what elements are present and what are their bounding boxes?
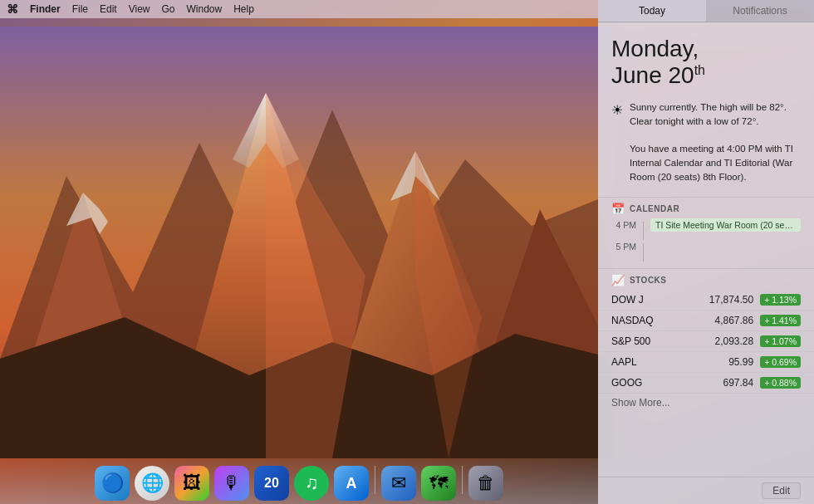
stock-change: + 0.69% — [760, 356, 801, 368]
dock-maps[interactable]: 🗺 — [421, 466, 456, 501]
stock-change: + 1.13% — [760, 294, 801, 306]
date-display: Monday, June 20th — [611, 36, 801, 89]
tab-today[interactable]: Today — [598, 0, 706, 22]
stock-row[interactable]: S&P 500 2,093.28 + 1.07% — [598, 331, 814, 352]
stock-name: NASDAQ — [611, 315, 665, 326]
stock-change: + 1.07% — [760, 335, 801, 347]
stock-name: GOOG — [611, 377, 665, 389]
dock-app20[interactable]: 20 — [254, 466, 289, 501]
stock-row[interactable]: NASDAQ 4,867.86 + 1.41% — [598, 311, 814, 331]
dock-spotify[interactable]: ♫ — [294, 466, 329, 501]
weather-description: Sunny currently. The high will be 82°. C… — [630, 100, 801, 183]
dock-siri[interactable]: 🎙 — [214, 466, 249, 501]
app-name-menu[interactable]: Finder — [30, 3, 61, 15]
stock-price: 95.99 — [665, 356, 753, 368]
app20-icon: 20 — [264, 476, 279, 491]
weather-widget: ☀ Sunny currently. The high will be 82°.… — [598, 95, 814, 192]
siri-icon: 🎙 — [223, 472, 241, 494]
calendar-widget: 📅 CALENDAR 4 PM TI Site Meeting War Room… — [598, 197, 814, 268]
view-menu[interactable]: View — [129, 3, 150, 15]
stock-name: AAPL — [611, 356, 665, 368]
nc-tab-bar: Today Notifications — [598, 0, 814, 22]
notification-center: Today Notifications Monday, June 20th ☀ … — [598, 0, 814, 504]
window-menu[interactable]: Window — [187, 3, 223, 15]
show-more-button[interactable]: Show More... — [598, 394, 814, 412]
calendar-event[interactable]: TI Site Meeting War Room (20 seats) 8t..… — [650, 218, 801, 232]
time-label-4pm: 4 PM — [611, 218, 636, 230]
stock-price: 2,093.28 — [665, 335, 753, 347]
dock-trash[interactable]: 🗑 — [468, 466, 503, 501]
stock-change: + 0.88% — [760, 377, 801, 389]
calendar-header: 📅 CALENDAR — [598, 198, 814, 218]
stock-row[interactable]: DOW J 17,874.50 + 1.13% — [598, 290, 814, 311]
apple-menu[interactable]: ⌘ — [7, 2, 18, 16]
calendar-icon: 📅 — [611, 203, 625, 215]
time-slot-5pm: 5 PM — [611, 240, 801, 262]
stocks-title: STOCKS — [630, 276, 667, 285]
dock-appstore[interactable]: A — [334, 466, 369, 501]
photos-icon: 🖼 — [183, 472, 201, 494]
appstore-icon: A — [346, 475, 357, 492]
chrome-icon: 🌐 — [141, 472, 164, 494]
dock-divider — [375, 466, 375, 494]
dock-photos[interactable]: 🖼 — [174, 466, 209, 501]
file-menu[interactable]: File — [72, 3, 88, 15]
time-label-5pm: 5 PM — [611, 240, 636, 252]
date-day: Monday, — [611, 36, 699, 61]
spotify-icon: ♫ — [305, 472, 319, 494]
stock-name: DOW J — [611, 294, 665, 306]
dock-chrome[interactable]: 🌐 — [135, 466, 169, 501]
stock-change: + 1.41% — [760, 315, 801, 326]
weather-sun-icon: ☀ — [611, 102, 623, 118]
edit-button[interactable]: Edit — [762, 482, 801, 499]
date-month-day: June 20 — [611, 62, 694, 88]
time-line — [643, 222, 644, 240]
stock-price: 697.84 — [665, 377, 753, 389]
dock-divider-2 — [462, 466, 463, 494]
calendar-title: CALENDAR — [630, 204, 679, 213]
stocks-list: DOW J 17,874.50 + 1.13% NASDAQ 4,867.86 … — [598, 290, 814, 394]
nc-date-section: Monday, June 20th — [598, 22, 814, 95]
stock-row[interactable]: GOOG 697.84 + 0.88% — [598, 373, 814, 394]
dock: 🔵 🌐 🖼 🎙 20 ♫ A ✉ 🗺 🗑 — [0, 458, 598, 504]
stocks-widget: 📈 STOCKS DOW J 17,874.50 + 1.13% NASDAQ … — [598, 268, 814, 477]
mail-icon: ✉ — [391, 472, 406, 494]
go-menu[interactable]: Go — [162, 3, 175, 15]
date-superscript: th — [694, 63, 705, 77]
dock-finder[interactable]: 🔵 — [95, 466, 130, 501]
dock-mail[interactable]: ✉ — [381, 466, 416, 501]
stocks-icon: 📈 — [611, 274, 625, 286]
finder-icon: 🔵 — [101, 472, 124, 494]
stock-price: 4,867.86 — [665, 315, 753, 326]
maps-icon: 🗺 — [429, 472, 448, 494]
time-slot-4pm: 4 PM TI Site Meeting War Room (20 seats)… — [611, 218, 801, 240]
edit-menu[interactable]: Edit — [100, 3, 117, 15]
stocks-header: 📈 STOCKS — [598, 269, 814, 290]
stock-row[interactable]: AAPL 95.99 + 0.69% — [598, 352, 814, 373]
nc-bottom-bar: Edit — [598, 477, 814, 504]
tab-notifications[interactable]: Notifications — [706, 0, 814, 22]
calendar-body: 4 PM TI Site Meeting War Room (20 seats)… — [598, 218, 814, 268]
stock-price: 17,874.50 — [665, 294, 753, 306]
help-menu[interactable]: Help — [233, 3, 254, 15]
stock-name: S&P 500 — [611, 335, 665, 347]
time-line-5pm — [643, 243, 644, 262]
trash-icon: 🗑 — [477, 472, 495, 494]
